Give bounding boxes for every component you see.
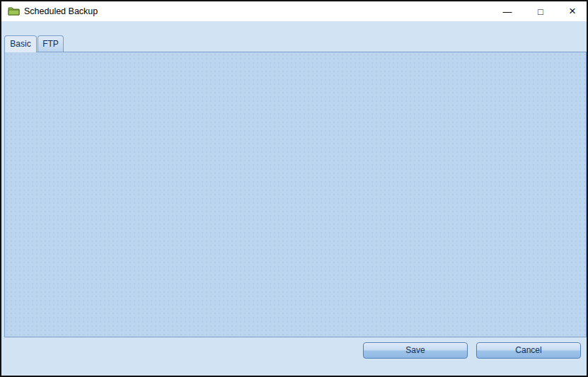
close-button[interactable]: × xyxy=(559,1,586,21)
close-icon: × xyxy=(569,4,576,18)
maximize-icon: □ xyxy=(538,6,543,17)
folder-icon xyxy=(8,6,20,16)
tab-ftp[interactable]: FTP xyxy=(38,35,64,52)
title-bar: Scheduled Backup — □ × xyxy=(1,1,587,21)
cancel-button[interactable]: Cancel xyxy=(476,342,581,359)
scheduled-backup-dialog: Scheduled Backup — □ × Basic FTP Task ID… xyxy=(0,0,588,377)
minimize-button[interactable]: — xyxy=(494,1,521,21)
minimize-icon: — xyxy=(503,6,512,17)
maximize-button[interactable]: □ xyxy=(527,1,554,21)
basic-tab-panel xyxy=(4,52,587,337)
window-title: Scheduled Backup xyxy=(24,1,98,21)
save-button[interactable]: Save xyxy=(363,342,468,359)
tab-basic[interactable]: Basic xyxy=(4,35,37,52)
